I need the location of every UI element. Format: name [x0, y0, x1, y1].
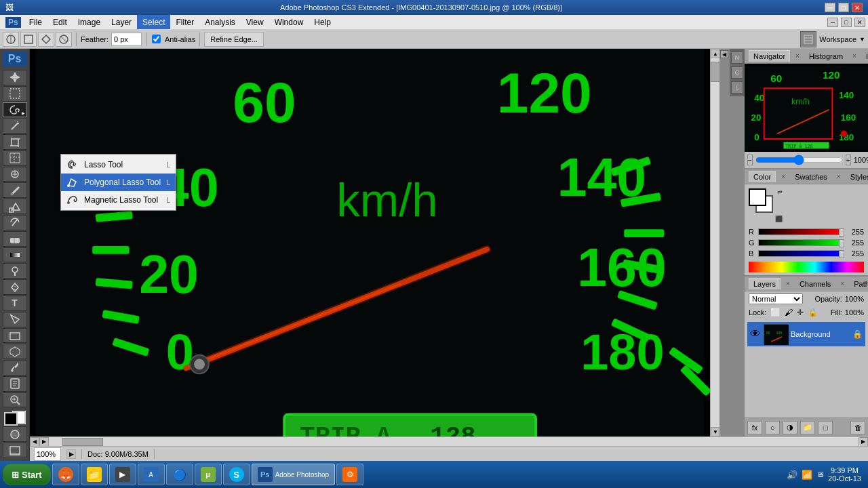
refine-edge-button[interactable]: Refine Edge...: [204, 32, 264, 47]
zoom-indicator-btn[interactable]: ▶: [66, 449, 76, 459]
g-slider-track[interactable]: [758, 239, 842, 246]
new-adjustment-btn[interactable]: ◑: [783, 421, 797, 434]
scroll-track-v[interactable]: [711, 58, 719, 427]
menu-select[interactable]: Select: [137, 15, 170, 29]
r-slider-track[interactable]: [758, 228, 842, 235]
tool-mode-btn4[interactable]: [56, 32, 72, 47]
horizontal-scrollbar[interactable]: ◀ ▶ ▶: [30, 436, 868, 446]
lasso-tool-option[interactable]: Lasso Tool L: [61, 156, 176, 174]
antialias-checkbox[interactable]: [152, 35, 161, 43]
color-swatches[interactable]: [3, 411, 27, 426]
gradient-tool[interactable]: [3, 247, 27, 263]
type-tool[interactable]: T: [3, 296, 27, 311]
menu-file[interactable]: File: [24, 15, 47, 29]
swap-colors-btn[interactable]: ⇄: [777, 188, 783, 195]
canvas-area[interactable]: 60 120 40 140 20 160 0: [30, 49, 710, 436]
zoom-tool[interactable]: [3, 392, 27, 408]
hscroll-thumb[interactable]: [62, 438, 103, 446]
scroll-right-btn[interactable]: ▶: [859, 437, 868, 447]
zoom-input[interactable]: [34, 447, 61, 461]
delete-layer-btn[interactable]: 🗑: [850, 421, 865, 434]
taskbar-photoshop[interactable]: Ps Adobe Photoshop: [252, 464, 336, 485]
color-panel-icon[interactable]: C: [731, 66, 743, 79]
g-slider-thumb[interactable]: [839, 239, 844, 247]
color-tab[interactable]: Color: [749, 171, 776, 182]
channels-tab[interactable]: Channels: [795, 279, 835, 289]
tool-mode-btn3[interactable]: [38, 32, 54, 47]
taskbar-media[interactable]: ▶: [109, 464, 136, 485]
scroll-left-btn[interactable]: ◀: [30, 437, 39, 447]
taskbar-skype[interactable]: S: [223, 464, 250, 485]
feather-input[interactable]: [111, 33, 142, 46]
layer-mask-btn[interactable]: ○: [765, 421, 780, 434]
scroll-thumb-v[interactable]: [711, 62, 720, 82]
quick-mask-tool[interactable]: [3, 426, 27, 442]
restore-button[interactable]: □: [838, 3, 849, 12]
paths-tab[interactable]: Paths: [850, 279, 868, 289]
crop-tool[interactable]: [3, 134, 27, 150]
lasso-tool[interactable]: ▶: [3, 102, 27, 118]
dodge-tool[interactable]: [3, 263, 27, 279]
collapse-panels-btn[interactable]: ◀: [720, 50, 728, 58]
menu-edit[interactable]: Edit: [47, 15, 73, 29]
layer-visibility-btn[interactable]: 👁: [750, 329, 761, 340]
default-colors-btn[interactable]: ⬛: [775, 216, 783, 222]
eraser-tool[interactable]: [3, 231, 27, 247]
workspace-icon[interactable]: [800, 31, 816, 47]
menu-help[interactable]: Help: [309, 15, 336, 29]
doc-close-button[interactable]: ✕: [854, 18, 865, 27]
move-tool[interactable]: [3, 70, 27, 85]
styles-tab[interactable]: Styles: [846, 171, 868, 182]
clone-stamp-tool[interactable]: [3, 199, 27, 214]
brush-tool[interactable]: [3, 182, 27, 198]
histogram-tab[interactable]: Histogram: [805, 51, 847, 62]
healing-brush-tool[interactable]: [3, 167, 27, 182]
color-swatches-container[interactable]: ⇄ ⬛: [749, 188, 783, 222]
notes-tool[interactable]: [3, 376, 27, 392]
nav-zoom-out-btn[interactable]: −: [747, 155, 753, 165]
new-layer-btn[interactable]: □: [818, 421, 833, 434]
taskbar-app2[interactable]: ⚙: [336, 464, 363, 485]
doc-minimize-button[interactable]: ─: [827, 18, 838, 27]
history-brush-tool[interactable]: [3, 215, 27, 230]
menu-analysis[interactable]: Analysis: [199, 15, 241, 29]
blend-mode-select[interactable]: Normal Multiply Screen: [749, 293, 803, 304]
swatches-tab[interactable]: Swatches: [791, 171, 831, 182]
lock-paint-btn[interactable]: 🖌: [785, 308, 793, 317]
nav-zoom-in-btn[interactable]: +: [846, 155, 851, 165]
eyedropper-tool[interactable]: [3, 360, 27, 375]
foreground-color-swatch[interactable]: [749, 188, 766, 206]
tool-mode-btn2[interactable]: [20, 32, 37, 47]
layers-panel-icon[interactable]: L: [731, 81, 743, 94]
expand-btn[interactable]: ▶: [39, 437, 49, 447]
menu-filter[interactable]: Filter: [170, 15, 199, 29]
new-group-btn[interactable]: 📁: [800, 421, 815, 434]
menu-view[interactable]: View: [241, 15, 269, 29]
close-button[interactable]: ✕: [852, 3, 863, 12]
navigator-tab[interactable]: Navigator: [749, 50, 790, 62]
background-layer[interactable]: 👁 60 120 Ba: [747, 322, 865, 346]
start-button[interactable]: ⊞ Start: [3, 464, 51, 485]
minimize-button[interactable]: ─: [825, 3, 835, 12]
tool-mode-btn1[interactable]: [3, 32, 19, 47]
menu-ps[interactable]: Ps: [3, 15, 24, 29]
layer-styles-btn[interactable]: fx: [747, 421, 762, 434]
slice-tool[interactable]: [3, 150, 27, 166]
taskbar-chrome[interactable]: 🔵: [166, 464, 193, 485]
navigator-panel-icon[interactable]: N: [731, 52, 743, 64]
hscroll-track[interactable]: [49, 437, 859, 446]
menu-layer[interactable]: Layer: [106, 15, 137, 29]
r-slider-thumb[interactable]: [839, 228, 844, 237]
3d-tool[interactable]: [3, 344, 27, 359]
selection-marquee-tool[interactable]: [3, 86, 27, 102]
lock-position-btn[interactable]: ✛: [797, 308, 804, 317]
vertical-scrollbar[interactable]: ▲ ▼: [710, 49, 719, 436]
magnetic-lasso-option[interactable]: Magnetic Lasso Tool L: [61, 191, 176, 209]
nav-zoom-slider[interactable]: [755, 157, 843, 163]
info-tab[interactable]: Info: [862, 51, 868, 62]
layers-tab[interactable]: Layers: [749, 278, 781, 289]
doc-restore-button[interactable]: □: [841, 18, 852, 27]
taskbar-utorrent[interactable]: μ: [195, 464, 222, 485]
taskbar-acdsee[interactable]: A: [138, 464, 165, 485]
taskbar-explorer[interactable]: 📁: [81, 464, 108, 485]
